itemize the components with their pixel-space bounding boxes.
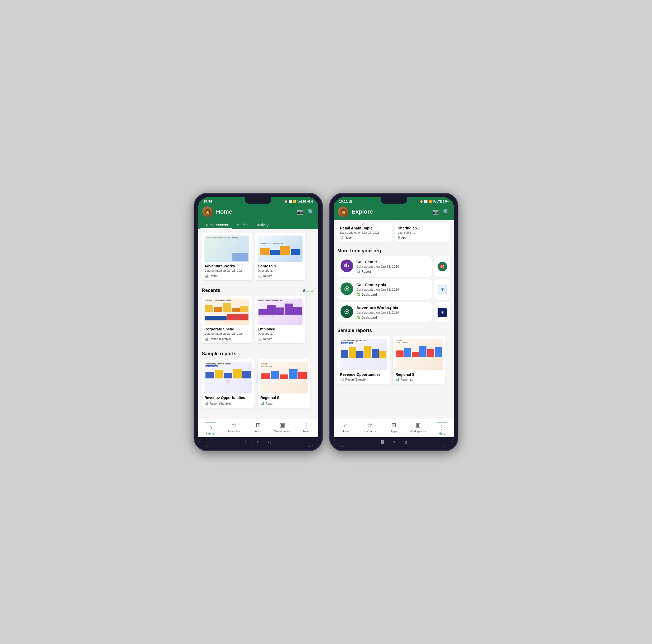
map-chart: Total Sales by Region and Country — [205, 235, 249, 262]
nav-more-label-2: More — [439, 432, 445, 435]
nav-apps-2[interactable]: ⊞ Apps — [382, 419, 406, 437]
recent-card-corporate[interactable]: IT SPEND ANALYSIS SAMPLE PBIX — [202, 296, 252, 343]
quick-card-adventure-works[interactable]: Total Sales by Region and Country Advent… — [202, 233, 252, 280]
recent-button-2[interactable]: ◁ — [404, 440, 407, 445]
recents-title: Recents — [202, 288, 220, 293]
app-header: 👩 Home 📷 🔍 — [198, 204, 318, 220]
time: 10:34 — [203, 199, 212, 203]
back-button[interactable]: ||| — [245, 440, 248, 444]
quick-access-section: Total Sales by Region and Country Advent… — [198, 229, 318, 284]
nav-more-2[interactable]: ⋮ More — [430, 419, 454, 437]
search-icon[interactable]: 🔍 — [307, 208, 314, 215]
call-center-pbix-name: Call Center.pbix — [356, 282, 429, 287]
org-right-3[interactable]: ⊞ — [434, 302, 450, 323]
phone-explore: 10:11 🖼 ⏰ 🅱 📶 VoLTE 73% 👩 Explore — [329, 193, 458, 451]
recent-subtitle-2: Data updat... — [258, 332, 302, 335]
nav-workspaces-2[interactable]: ▣ Workspaces — [406, 419, 430, 437]
regional-thumb: SALES Sales Overview — [260, 362, 308, 393]
org-right-1[interactable]: 🎯 — [434, 256, 450, 277]
nav-home-2[interactable]: ⌂ Home — [334, 419, 358, 437]
sharing-type: ⊞ App — [398, 236, 447, 239]
app-icon: ⊞ — [398, 236, 400, 239]
main-content: Total Sales by Region and Country Advent… — [198, 229, 318, 419]
call-center-name: Call Center — [356, 259, 429, 264]
battery-2: 73% — [443, 200, 449, 203]
tab-bar: Quick access Metrics Activity — [198, 220, 318, 229]
corporate-thumb: IT SPEND ANALYSIS SAMPLE PBIX — [205, 299, 249, 325]
tab-activity[interactable]: Activity — [253, 220, 273, 229]
nav-workspaces[interactable]: ▣ Workspaces — [270, 419, 294, 437]
recent-icon-2: 📊 — [258, 337, 262, 341]
call-center-pbix-card[interactable]: Call Center.pbix Data updated on Jan 23,… — [337, 279, 432, 300]
quick-access-cards: Total Sales by Region and Country Advent… — [202, 233, 315, 284]
sample-revenue-icon-2: 📊 — [340, 377, 344, 381]
nav-favorites-label: Favorites — [228, 429, 240, 433]
org-right-2[interactable]: ⊞ — [434, 279, 450, 300]
retail-card[interactable]: ☞ Retail Analy...mple Data updated on Ma… — [337, 223, 392, 242]
camera-icon[interactable]: 📷 — [297, 208, 303, 215]
call-center-report-icon: 📊 — [356, 270, 360, 274]
sample-type-2: 📊 Report — [260, 401, 308, 405]
back-button-2[interactable]: ||| — [381, 440, 384, 444]
sample-revenue-title-2: Revenue Opportunities — [340, 372, 387, 376]
call-center-type: 📊 Report — [356, 270, 429, 274]
workspaces-icon-2: ▣ — [415, 422, 421, 428]
org-right-icon-1: 🎯 — [438, 262, 447, 271]
sample-card-revenue[interactable]: Opportunity Analysis Report $1.97bn 444 — [202, 359, 254, 408]
report-icon-1: 📊 — [205, 274, 209, 278]
adventure-works-info: Adventure Works.pbix Data updated on Jan… — [356, 305, 429, 319]
sample-card-regional[interactable]: SALES Sales Overview — [258, 359, 310, 408]
nav-more[interactable]: ⋮ More — [294, 419, 318, 437]
home-button[interactable]: ○ — [257, 440, 260, 444]
tab-metrics[interactable]: Metrics — [233, 220, 253, 229]
sample-reports-section: Sample reports ⌄ Opportunity Analysis Re… — [198, 347, 318, 412]
recent-title-1: Corporate Spend — [205, 327, 249, 331]
search-icon-2[interactable]: 🔍 — [443, 208, 450, 215]
nav-favorites[interactable]: ☆ Favorites — [222, 419, 246, 437]
card-type-2: 📊 Report — [258, 274, 302, 278]
quick-card-contoso[interactable]: Revenue Gain by Sales Re... — [255, 233, 305, 280]
sample-reports-title: Sample reports — [202, 351, 236, 357]
nav-apps[interactable]: ⊞ Apps — [246, 419, 270, 437]
avatar-2: 👩 — [338, 206, 348, 217]
tab-quick-access[interactable]: Quick access — [200, 220, 233, 229]
card-type-1: 📊 Report — [205, 274, 249, 278]
page-title-2: Explore — [352, 208, 429, 215]
nav-home-label-2: Home — [342, 429, 350, 433]
home-icon: ⌂ — [208, 424, 212, 431]
card-subtitle-2: Data updat... — [258, 269, 302, 272]
recent-card-employee[interactable]: HUMAN RESOURCES SAMPLE — [255, 296, 305, 343]
sample-title-2: Regional S — [260, 396, 308, 400]
sample-revenue-card-2[interactable]: Opportunity Analysis Report $1.97bn 444 — [337, 336, 390, 384]
svg-rect-1 — [346, 263, 347, 268]
signal-icon: VoLTE — [298, 200, 306, 203]
header-icons: 📷 🔍 — [297, 208, 314, 215]
call-center-card[interactable]: Call Center Data updated on Jan 23, 2024… — [337, 256, 432, 277]
battery: 68% — [307, 200, 313, 203]
favorites-icon-2: ☆ — [367, 422, 373, 428]
card-title-2: Contoso S — [258, 264, 302, 268]
sample-regional-card-2[interactable]: SALES Sales Overview — [393, 336, 445, 384]
bottom-nav-2: ⌂ Home ☆ Favorites ⊞ Apps ▣ Workspaces — [334, 419, 454, 437]
org-right-icon-3: ⊞ — [438, 308, 447, 317]
org-right-icon-2: ⊞ — [438, 285, 447, 294]
wifi-icon-2: 📶 — [428, 200, 432, 203]
nav-favorites-2[interactable]: ☆ Favorites — [358, 419, 382, 437]
adventure-works-card[interactable]: Adventure Works.pbix Data updated on Jan… — [337, 302, 432, 323]
recent-button[interactable]: ◁ — [268, 440, 271, 445]
see-all-button[interactable]: See all — [303, 288, 315, 293]
active-bar — [205, 422, 216, 422]
camera-icon-2[interactable]: 📷 — [432, 208, 439, 215]
svg-rect-0 — [345, 264, 346, 268]
avatar-image-2: 👩 — [338, 206, 348, 217]
report-icon-2: 📊 — [258, 274, 262, 278]
sharing-card[interactable]: Sharing ap... Last publish... ⊞ App — [395, 223, 450, 242]
alarm-icon: ⏰ — [284, 200, 288, 203]
revenue-thumb: Opportunity Analysis Report $1.97bn 444 — [205, 362, 252, 393]
nav-home[interactable]: ⌂ Home — [198, 419, 222, 437]
home-button-2[interactable]: ○ — [392, 440, 395, 444]
dashboard-icon-2: ✅ — [356, 316, 360, 319]
recent-subtitle-1: Data updated on Jan 23, 2024 — [205, 332, 249, 335]
app-header-2: 👩 Explore 📷 🔍 — [334, 204, 454, 220]
adventure-works-name: Adventure Works.pbix — [356, 305, 429, 310]
